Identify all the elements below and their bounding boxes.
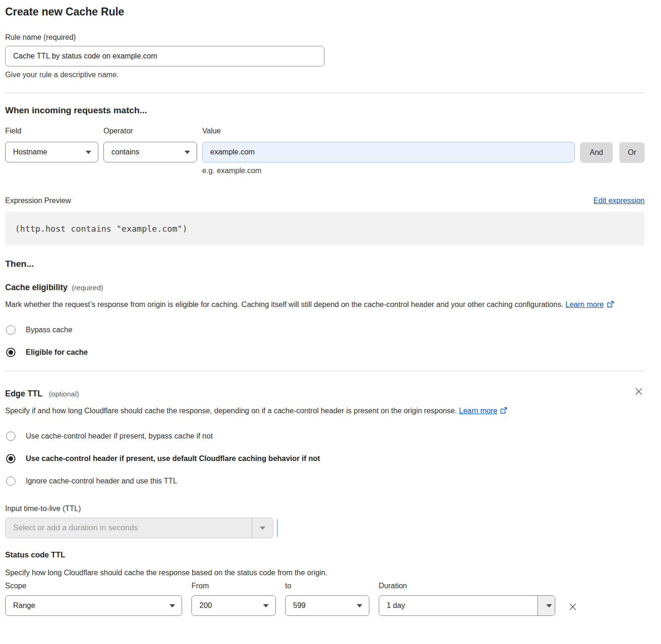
status-code-ttl-row: Scope Range From 200 to 599 Duration 1 d… [5,582,645,616]
radio-ignore-header[interactable]: Ignore cache-control header and use this… [5,476,645,486]
chevron-down-icon [546,604,552,607]
rule-name-label: Rule name (required) [5,33,645,42]
operator-column: Operator contains [103,127,197,162]
chevron-down-icon [263,604,269,607]
from-select-value: 200 [199,601,212,610]
value-label: Value [202,127,575,135]
match-section-heading: When incoming requests match... [5,105,645,116]
value-column: Value e.g. example.com [202,127,575,175]
rule-name-input[interactable] [5,46,324,66]
to-select-value: 599 [293,601,306,610]
edge-ttl-header-row: Edge TTL (optional) [5,386,645,399]
field-label: Field [5,127,98,135]
or-button[interactable]: Or [619,142,645,163]
from-column: From 200 [191,582,276,616]
radio-button-icon[interactable] [6,325,15,335]
operator-select[interactable]: contains [103,142,197,162]
cache-eligibility-description-text: Mark whether the request’s response from… [5,300,563,308]
ttl-duration-select[interactable]: Select or add a duration in seconds [5,518,273,538]
then-heading: Then... [5,259,645,269]
edge-ttl-description: Specify if and how long Cloudflare shoul… [5,404,524,418]
radio-use-header-default-label[interactable]: Use cache-control header if present, use… [26,454,320,463]
radio-button-selected-icon[interactable] [6,348,15,357]
match-condition-row: Field Hostname Operator contains Value e… [5,127,645,175]
and-button[interactable]: And [580,142,613,163]
cache-eligibility-learn-more-link[interactable]: Learn more [566,300,604,308]
chevron-down-icon [184,151,190,154]
section-divider [5,93,645,93]
cache-eligibility-required-note: (required) [72,284,103,292]
edge-ttl-learn-more-link[interactable]: Learn more [459,407,498,415]
scope-label: Scope [5,582,182,590]
edge-ttl-heading: Edge TTL [5,389,43,398]
chevron-down-icon [169,604,175,607]
edge-ttl-heading-group: Edge TTL (optional) [5,389,79,399]
radio-button-icon[interactable] [6,432,15,441]
field-column: Field Hostname [5,127,98,162]
section-divider [5,371,645,371]
operator-label: Operator [103,127,197,135]
ttl-input-label: Input time-to-live (TTL) [5,505,645,513]
ttl-select-focus-bar [277,519,278,537]
radio-use-header-bypass[interactable]: Use cache-control header if present, byp… [5,432,645,441]
duration-column: Duration 1 day [379,582,555,616]
radio-use-header-default[interactable]: Use cache-control header if present, use… [5,454,645,463]
rule-name-help: Give your rule a descriptive name. [5,71,645,79]
value-input[interactable] [202,142,575,162]
duration-combobox[interactable]: 1 day [379,595,555,616]
chevron-down-icon [86,151,91,154]
duration-arrow-button[interactable] [537,596,555,615]
radio-bypass-cache-label[interactable]: Bypass cache [26,326,73,334]
chevron-down-icon [357,604,362,607]
status-code-ttl-heading: Status code TTL [5,550,645,559]
field-select[interactable]: Hostname [5,142,98,162]
from-label: From [191,582,276,590]
scope-select[interactable]: Range [5,595,182,616]
cache-eligibility-heading: Cache eligibility [5,283,67,293]
radio-eligible-for-cache[interactable]: Eligible for cache [5,348,645,357]
expression-code-block: (http.host contains "example.com") [5,212,645,245]
cache-eligibility-heading-row: Cache eligibility (required) [5,283,645,293]
close-icon [568,602,578,612]
page-title: Create new Cache Rule [5,6,645,18]
expression-header: Expression Preview Edit expression [5,197,645,205]
edge-ttl-close-button[interactable] [633,386,645,397]
edit-expression-link[interactable]: Edit expression [594,197,645,205]
operator-select-value: contains [111,148,140,156]
external-link-icon [500,405,507,418]
radio-bypass-cache[interactable]: Bypass cache [5,325,645,335]
close-icon [634,387,644,396]
edge-ttl-description-text: Specify if and how long Cloudflare shoul… [5,407,457,415]
edge-ttl-optional-note: (optional) [49,390,79,398]
chevron-down-icon [260,527,265,530]
to-label: to [285,582,369,590]
ttl-select-row: Select or add a duration in seconds [5,518,645,538]
status-row-remove-button[interactable] [567,601,579,613]
expression-code: (http.host contains "example.com") [15,224,187,234]
radio-button-icon[interactable] [6,476,15,486]
from-select[interactable]: 200 [191,595,276,616]
radio-button-selected-icon[interactable] [6,454,15,463]
duration-value: 1 day [379,596,537,615]
to-select[interactable]: 599 [285,595,369,616]
cache-eligibility-description: Mark whether the request’s response from… [5,298,635,312]
ttl-select-placeholder: Select or add a duration in seconds [6,518,252,538]
scope-column: Scope Range [5,582,182,616]
value-help: e.g. example.com [202,167,575,175]
radio-ignore-header-label[interactable]: Ignore cache-control header and use this… [26,477,177,485]
external-link-icon [607,299,614,312]
radio-eligible-for-cache-label[interactable]: Eligible for cache [26,348,88,357]
field-select-value: Hostname [13,148,47,156]
ttl-select-arrow-box[interactable] [252,518,273,538]
scope-select-value: Range [13,601,35,610]
to-column: to 599 [285,582,369,616]
create-cache-rule-page: Create new Cache Rule Rule name (require… [0,0,661,630]
expression-preview-label: Expression Preview [5,197,71,205]
duration-label: Duration [379,582,555,590]
radio-use-header-bypass-label[interactable]: Use cache-control header if present, byp… [26,432,213,440]
status-code-ttl-description: Specify how long Cloudflare should cache… [5,569,645,577]
